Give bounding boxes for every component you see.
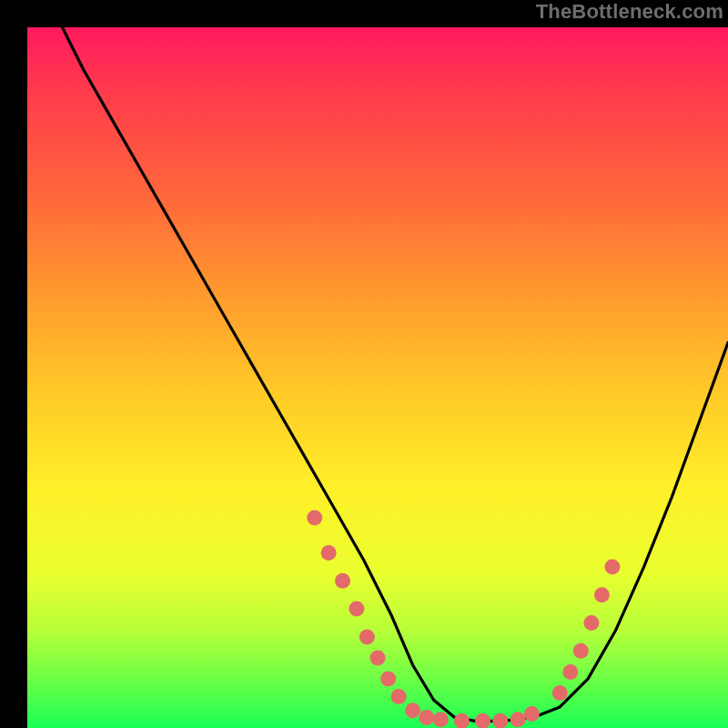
chart-frame bbox=[0, 0, 728, 728]
watermark-text: TheBottleneck.com bbox=[536, 0, 723, 24]
plot-area bbox=[27, 27, 728, 728]
heatmap-gradient bbox=[27, 27, 728, 728]
